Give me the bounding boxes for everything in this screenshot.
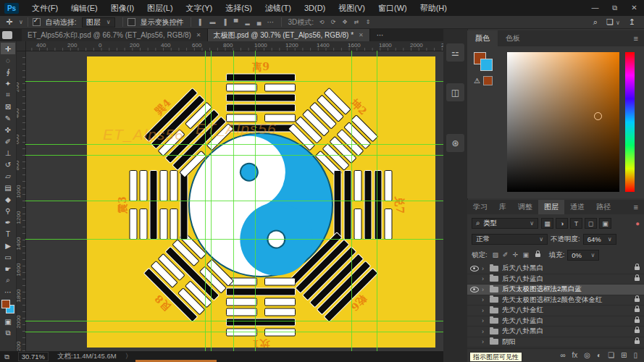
- collapsed-panel-2[interactable]: ◫: [446, 83, 464, 101]
- menu-item-edit[interactable]: 编辑(E): [64, 0, 104, 16]
- expand-chevron-icon[interactable]: ›: [482, 275, 489, 282]
- marquee-tool[interactable]: ◌: [1, 54, 15, 66]
- healing-brush-tool[interactable]: ✜: [1, 124, 15, 135]
- color-panel-tab-0[interactable]: 颜色: [467, 30, 498, 46]
- guide-vertical[interactable]: [233, 51, 234, 351]
- mode3d-icon-4[interactable]: ⇕: [362, 19, 374, 25]
- window-minimize-button[interactable]: —: [585, 0, 605, 16]
- add-mask-icon[interactable]: ◎: [584, 351, 590, 359]
- align-icon-0[interactable]: ▌: [196, 19, 207, 25]
- layer-visibility-toggle[interactable]: [467, 266, 482, 272]
- expand-chevron-icon[interactable]: ›: [482, 296, 489, 303]
- guide-vertical[interactable]: [351, 51, 352, 351]
- window-close-button[interactable]: ✕: [624, 0, 644, 16]
- edit-toolbar[interactable]: ⋯: [1, 286, 15, 298]
- new-group-icon[interactable]: ❏: [608, 351, 614, 359]
- tab-close-icon[interactable]: ✕: [196, 32, 201, 38]
- zoom-tool[interactable]: ⌕: [1, 274, 15, 286]
- panel-tab-学习[interactable]: 学习: [467, 200, 493, 214]
- mode3d-icon-0[interactable]: ⟲: [316, 19, 327, 25]
- layer-row[interactable]: ›阴阳: [467, 337, 644, 348]
- gradient-tool[interactable]: ▤: [1, 182, 15, 193]
- expand-chevron-icon[interactable]: ›: [482, 307, 489, 314]
- layer-filter-icon-4[interactable]: ▣: [599, 218, 611, 229]
- panel-tab-图层[interactable]: 图层: [538, 200, 564, 214]
- layer-row[interactable]: ›先天八卦金红: [467, 306, 644, 316]
- panel-tab-通道[interactable]: 通道: [564, 200, 590, 214]
- layer-filter-type-dropdown[interactable]: ⌕ 类型 ∨: [472, 218, 538, 229]
- guide-vertical[interactable]: [377, 51, 377, 351]
- blend-mode-dropdown[interactable]: 正常 ∨: [472, 234, 548, 245]
- panel-menu-icon[interactable]: ≡: [634, 203, 644, 211]
- layer-filter-icon-0[interactable]: ▦: [541, 218, 553, 229]
- auto-select-checkbox[interactable]: [33, 18, 41, 26]
- path-selection-tool[interactable]: ▶: [1, 240, 15, 251]
- guide-horizontal[interactable]: [25, 201, 443, 201]
- layer-row[interactable]: ›后天太极图选框法2黑白蓝: [467, 285, 644, 295]
- background-color-swatch[interactable]: [480, 59, 493, 71]
- collapsed-panel-3[interactable]: ⊛: [446, 134, 464, 152]
- new-adjustment-layer-icon[interactable]: ◐: [597, 351, 601, 359]
- menu-item-window[interactable]: 窗口(W): [372, 0, 414, 16]
- pen-tool[interactable]: ✒: [1, 216, 15, 228]
- brush-tool[interactable]: ✐: [1, 135, 15, 147]
- layer-filter-icon-1[interactable]: ◑: [556, 218, 568, 229]
- quick-selection-tool[interactable]: ✦: [1, 77, 15, 89]
- dodge-tool[interactable]: ⚲: [1, 205, 15, 216]
- hand-tool[interactable]: ☛: [1, 263, 15, 274]
- crop-tool[interactable]: ⌗: [1, 89, 15, 101]
- collapsed-panel-1[interactable]: ⚍: [446, 43, 464, 62]
- guide-horizontal[interactable]: [25, 144, 443, 145]
- tool-preset-chevron[interactable]: ∨: [19, 19, 23, 25]
- lock-icon-0[interactable]: ▨: [490, 251, 501, 258]
- guide-horizontal[interactable]: [25, 155, 443, 156]
- color-panel-tab-1[interactable]: 色板: [498, 30, 528, 46]
- menu-item-select[interactable]: 选择(S): [219, 0, 259, 16]
- share-icon[interactable]: ↥: [629, 17, 635, 27]
- shape-tool[interactable]: ▭: [1, 251, 15, 263]
- panel-tab-路径[interactable]: 路径: [590, 200, 616, 214]
- align-icon-2[interactable]: ▐: [219, 19, 230, 25]
- layer-row[interactable]: ›先天八卦蓝白: [467, 316, 644, 327]
- color-field-marker[interactable]: [594, 112, 602, 120]
- tab-overflow-button[interactable]: ⋯: [370, 29, 390, 41]
- menu-item-image[interactable]: 图像(I): [104, 0, 141, 16]
- mode3d-icon-1[interactable]: ⟳: [327, 19, 339, 25]
- toolbar-foreground-swatch[interactable]: [1, 300, 10, 308]
- expand-chevron-icon[interactable]: ›: [482, 317, 489, 324]
- align-icon-4[interactable]: ▂: [242, 19, 254, 25]
- search-icon[interactable]: ⌕: [593, 17, 598, 27]
- opacity-value[interactable]: 64% ∨: [583, 234, 616, 245]
- panel-menu-icon[interactable]: ≡: [634, 34, 644, 43]
- canvas-document[interactable]: ET_Alps56 ET_Alps56 离9坤2兑7乾6坎1艮8震3巽4: [87, 56, 435, 348]
- document-tab-0[interactable]: ET_Alps56水印.psd @ 66.7% (ET_Alps56, RGB/…: [22, 29, 208, 41]
- expand-chevron-icon[interactable]: ›: [482, 328, 489, 335]
- layer-filter-icon-2[interactable]: T: [570, 218, 582, 229]
- panel-tab-库[interactable]: 库: [493, 200, 512, 214]
- guide-horizontal[interactable]: [25, 81, 443, 82]
- show-transform-checkbox[interactable]: [127, 18, 135, 26]
- filter-toggle[interactable]: ●: [635, 219, 640, 227]
- guide-vertical[interactable]: [255, 51, 256, 351]
- layer-row[interactable]: ›后天八卦蓝白: [467, 274, 644, 285]
- layer-row[interactable]: ›先天太极图选框法2颜色变体金红: [467, 295, 644, 306]
- layer-row[interactable]: ›先天八卦黑白: [467, 327, 644, 337]
- menu-item-type[interactable]: 文字(Y): [180, 0, 219, 16]
- align-icon-3[interactable]: ▀: [230, 19, 242, 25]
- layer-filter-icon-3[interactable]: ◻: [585, 218, 597, 229]
- layer-visibility-toggle[interactable]: [467, 287, 482, 292]
- fill-value[interactable]: 0% ∨: [567, 250, 599, 261]
- toolbar-collapse-stub[interactable]: [2, 31, 12, 39]
- frame-tool[interactable]: ⊠: [1, 101, 15, 112]
- lock-all-icon[interactable]: [535, 253, 540, 257]
- delete-layer-icon[interactable]: ▯: [633, 351, 637, 359]
- menu-item-layer[interactable]: 图层(L): [141, 0, 179, 16]
- menu-item-help[interactable]: 帮助(H): [414, 0, 453, 16]
- lock-icon-1[interactable]: ✐: [501, 251, 511, 258]
- lasso-tool[interactable]: ∮: [1, 66, 15, 77]
- guide-horizontal[interactable]: [25, 321, 443, 321]
- hue-slider[interactable]: [625, 52, 635, 192]
- mode3d-icon-3[interactable]: ⇄: [351, 19, 362, 25]
- lock-icon-2[interactable]: ✛: [511, 251, 521, 258]
- gamut-warning-icon[interactable]: ⚠: [474, 77, 480, 85]
